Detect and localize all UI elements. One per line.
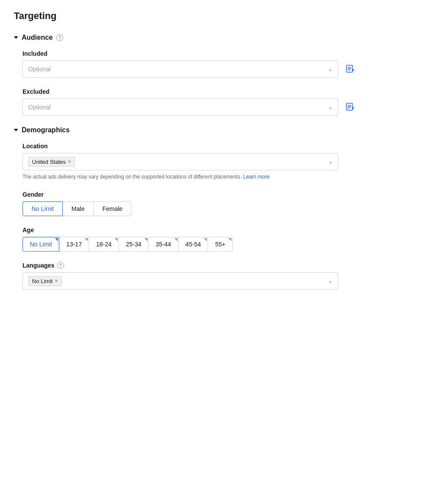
excluded-dropdown-row: Optional ⌄ (22, 99, 409, 116)
age-button-group: No Limit 13-17 18-24 25-34 35-44 (22, 237, 409, 252)
languages-help-icon[interactable]: ? (57, 262, 64, 269)
excluded-placeholder: Optional (28, 104, 51, 111)
age-no-limit-button[interactable]: No Limit (22, 237, 59, 252)
languages-no-limit-close[interactable]: × (55, 278, 58, 284)
page-title: Targeting (14, 10, 409, 22)
location-help-text: The actual ads delivery may vary dependi… (22, 173, 409, 181)
audience-section-header[interactable]: Audience ? (14, 34, 409, 41)
excluded-export-icon[interactable] (343, 99, 358, 115)
location-field-group: Location United States × ⌄ The actual ad… (22, 143, 409, 181)
location-chevron-icon: ⌄ (328, 159, 333, 165)
gender-male-button[interactable]: Male (62, 201, 93, 216)
location-tag-us-text: United States (32, 159, 66, 165)
languages-no-limit-tag: No Limit × (28, 276, 62, 286)
age-25-34-button[interactable]: 25-34 (119, 237, 149, 252)
age-55-plus-button[interactable]: 55+ (208, 237, 233, 252)
audience-section: Audience ? Included Optional ⌄ (14, 34, 409, 116)
excluded-field-group: Excluded Optional ⌄ (22, 88, 409, 116)
included-dropdown-row: Optional ⌄ (22, 61, 409, 78)
languages-tags: No Limit × (28, 276, 62, 286)
included-field-group: Included Optional ⌄ (22, 50, 409, 78)
gender-button-group: No Limit Male Female (22, 201, 409, 216)
age-13-17-button[interactable]: 13-17 (59, 237, 89, 252)
languages-field-group: Languages ? No Limit × ⌄ (22, 262, 409, 290)
included-export-icon[interactable] (343, 61, 358, 77)
audience-section-title: Audience (22, 34, 53, 41)
age-field-group: Age No Limit 13-17 18-24 25-34 (22, 226, 409, 252)
gender-label: Gender (22, 191, 409, 198)
location-learn-more-link[interactable]: Learn more (243, 174, 269, 180)
included-chevron-icon: ⌄ (328, 66, 333, 72)
included-label: Included (22, 50, 409, 57)
audience-section-content: Included Optional ⌄ E (14, 50, 409, 116)
languages-dropdown[interactable]: No Limit × ⌄ (22, 272, 338, 290)
gender-field-group: Gender No Limit Male Female (22, 191, 409, 216)
languages-chevron-icon: ⌄ (328, 278, 333, 284)
age-35-44-button[interactable]: 35-44 (148, 237, 179, 252)
excluded-chevron-icon: ⌄ (328, 104, 333, 110)
included-dropdown[interactable]: Optional ⌄ (22, 61, 338, 78)
gender-no-limit-button[interactable]: No Limit (22, 201, 63, 216)
demographics-chevron-icon (14, 129, 18, 131)
demographics-section-header[interactable]: Demographics (14, 126, 409, 134)
location-tag-us: United States × (28, 157, 75, 167)
included-placeholder: Optional (28, 66, 51, 73)
audience-chevron-icon (14, 36, 18, 39)
demographics-section-title: Demographics (22, 126, 70, 134)
age-35-44-corner-mark (174, 238, 177, 241)
excluded-label: Excluded (22, 88, 409, 95)
location-tags: United States × (28, 157, 75, 167)
demographics-section: Demographics Location United States × ⌄ … (14, 126, 409, 290)
location-label: Location (22, 143, 409, 150)
age-45-54-corner-mark (204, 238, 207, 241)
gender-female-button[interactable]: Female (93, 201, 132, 216)
age-no-limit-corner-mark (55, 238, 58, 241)
age-13-17-corner-mark (85, 238, 88, 241)
age-25-34-corner-mark (144, 238, 147, 241)
location-tag-us-close[interactable]: × (68, 159, 71, 164)
age-55-plus-corner-mark (228, 238, 231, 241)
demographics-section-content: Location United States × ⌄ The actual ad… (14, 143, 409, 290)
languages-label: Languages (22, 262, 54, 269)
excluded-dropdown[interactable]: Optional ⌄ (22, 99, 338, 116)
audience-help-icon[interactable]: ? (56, 34, 63, 41)
location-dropdown[interactable]: United States × ⌄ (22, 153, 338, 170)
age-18-24-button[interactable]: 18-24 (89, 237, 119, 252)
age-18-24-corner-mark (115, 238, 118, 241)
age-label: Age (22, 226, 409, 233)
languages-no-limit-text: No Limit (32, 278, 53, 284)
age-45-54-button[interactable]: 45-54 (178, 237, 208, 252)
